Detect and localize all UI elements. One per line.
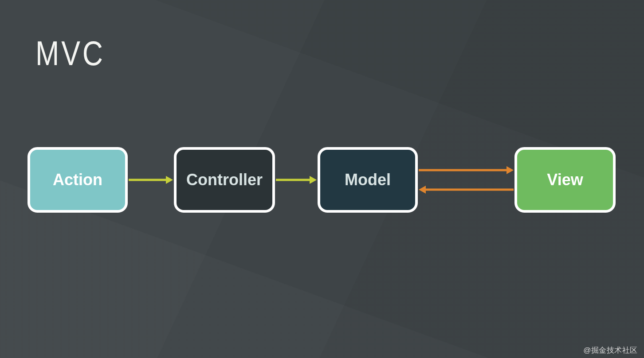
diagram-stage: ActionControllerModelView [0,0,644,358]
svg-marker-7 [419,186,426,194]
watermark-text: @掘金技术社区 [583,345,638,355]
arrow-view-to-model [0,0,644,358]
